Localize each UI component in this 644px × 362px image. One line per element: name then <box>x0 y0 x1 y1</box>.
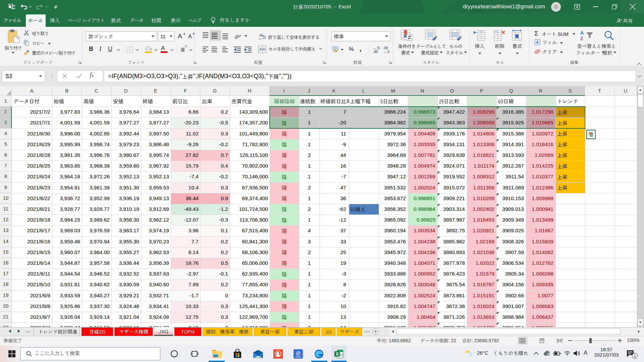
svg-text:ab: ab <box>259 33 263 37</box>
svg-text:c: c <box>259 37 261 41</box>
svg-text:menu: menu <box>296 356 301 358</box>
svg-text:@: @ <box>296 351 301 356</box>
